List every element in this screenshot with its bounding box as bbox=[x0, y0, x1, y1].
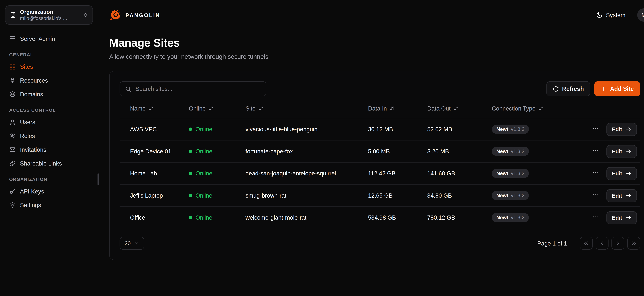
arrow-right-icon bbox=[626, 126, 631, 132]
row-menu-button[interactable] bbox=[590, 212, 600, 222]
page-info: Page 1 of 1 bbox=[537, 240, 567, 246]
data-in-value: 112.42 GB bbox=[368, 170, 427, 177]
site-slug: welcome-giant-mole-rat bbox=[246, 214, 368, 221]
top-right-controls: System M bbox=[594, 8, 644, 22]
row-actions: Edit bbox=[590, 189, 637, 202]
previous-page-button[interactable] bbox=[596, 237, 608, 250]
column-header-name[interactable]: Name bbox=[130, 105, 189, 112]
arrow-right-icon bbox=[626, 215, 631, 220]
online-dot-icon bbox=[189, 194, 192, 197]
top-bar: PANGOLIN System M bbox=[109, 0, 644, 30]
add-site-button[interactable]: Add Site bbox=[594, 81, 640, 96]
sidebar-item-resources[interactable]: Resources bbox=[5, 74, 93, 87]
chevrons-left-icon bbox=[583, 240, 589, 246]
sidebar-item-label: Roles bbox=[20, 132, 35, 139]
row-menu-button[interactable] bbox=[590, 168, 600, 178]
user-icon bbox=[9, 119, 16, 125]
pagination: Page 1 of 1 bbox=[537, 237, 640, 250]
sites-table-card: Refresh Add Site Name Online bbox=[109, 71, 644, 260]
sidebar-item-label: Users bbox=[20, 119, 35, 125]
org-switcher[interactable]: Organization milo@fossorial.io's ... bbox=[5, 6, 93, 24]
status-badge: Online bbox=[189, 192, 246, 199]
connection-type-badge: Newtv1.3.2 bbox=[492, 169, 529, 178]
row-actions: Edit bbox=[590, 145, 637, 158]
column-header-connection-type[interactable]: Connection Type bbox=[492, 105, 590, 112]
status-badge: Online bbox=[189, 126, 246, 132]
sort-icon bbox=[148, 106, 154, 111]
sidebar-item-label: Invitations bbox=[20, 146, 46, 153]
edit-button[interactable]: Edit bbox=[606, 167, 637, 180]
column-header-data-in[interactable]: Data In bbox=[368, 105, 427, 112]
chevron-right-icon bbox=[615, 240, 621, 246]
sidebar-item-roles[interactable]: Roles bbox=[5, 129, 93, 142]
ellipsis-icon bbox=[592, 125, 599, 132]
edit-button[interactable]: Edit bbox=[606, 189, 637, 202]
data-in-value: 30.12 MB bbox=[368, 126, 427, 132]
org-switcher-label: Organization bbox=[20, 9, 79, 15]
data-out-value: 780.12 GB bbox=[427, 214, 492, 221]
search-input[interactable] bbox=[134, 85, 261, 92]
data-in-value: 12.65 GB bbox=[368, 192, 427, 199]
org-switcher-text: Organization milo@fossorial.io's ... bbox=[20, 9, 79, 21]
sidebar-item-invitations[interactable]: Invitations bbox=[5, 143, 93, 156]
chevron-down-icon bbox=[134, 240, 139, 246]
globe-icon bbox=[9, 91, 16, 98]
page-subtitle: Allow connectivity to your network throu… bbox=[109, 53, 644, 60]
sidebar: Organization milo@fossorial.io's ... Ser… bbox=[0, 0, 98, 296]
row-actions: Edit bbox=[590, 167, 637, 180]
sidebar-item-settings[interactable]: Settings bbox=[5, 198, 93, 211]
table-row: AWS VPC Online vivacious-little-blue-pen… bbox=[120, 118, 640, 140]
row-menu-button[interactable] bbox=[590, 146, 600, 156]
plug-icon bbox=[9, 77, 16, 84]
sidebar-item-shareable-links[interactable]: Shareable Links bbox=[5, 157, 93, 170]
data-out-value: 52.02 MB bbox=[427, 126, 492, 132]
search-icon bbox=[125, 86, 132, 92]
nav-section-access-control: ACCESS CONTROL bbox=[9, 108, 89, 112]
moon-icon bbox=[596, 12, 603, 18]
page-title: Manage Sites bbox=[109, 37, 644, 50]
next-page-button[interactable] bbox=[611, 237, 624, 250]
user-avatar[interactable]: M bbox=[637, 8, 644, 22]
sidebar-item-api-keys[interactable]: API Keys bbox=[5, 185, 93, 198]
page-size-select[interactable]: 20 bbox=[120, 237, 144, 250]
column-header-online[interactable]: Online bbox=[189, 105, 246, 112]
table-row: Home Lab Online dead-san-joaquin-antelop… bbox=[120, 162, 640, 184]
sort-icon bbox=[208, 106, 214, 111]
org-switcher-value: milo@fossorial.io's ... bbox=[20, 16, 79, 21]
edit-button[interactable]: Edit bbox=[606, 211, 637, 224]
brand-name: PANGOLIN bbox=[126, 12, 160, 18]
site-name: AWS VPC bbox=[130, 126, 189, 132]
refresh-button[interactable]: Refresh bbox=[546, 81, 590, 96]
mail-icon bbox=[9, 146, 16, 153]
online-dot-icon bbox=[189, 150, 192, 153]
table-row: Jeff's Laptop Online smug-brown-rat 12.6… bbox=[120, 184, 640, 206]
pangolin-logo-icon bbox=[109, 9, 122, 21]
arrow-right-icon bbox=[626, 148, 631, 154]
last-page-button[interactable] bbox=[627, 237, 640, 250]
toolbar-actions: Refresh Add Site bbox=[546, 81, 640, 96]
sidebar-item-sites[interactable]: Sites bbox=[5, 60, 93, 73]
sidebar-item-users[interactable]: Users bbox=[5, 116, 93, 128]
edit-button[interactable]: Edit bbox=[606, 145, 637, 158]
table-footer: 20 Page 1 of 1 bbox=[120, 237, 640, 250]
add-site-label: Add Site bbox=[610, 86, 634, 92]
sidebar-item-label: Shareable Links bbox=[20, 160, 62, 166]
sidebar-resize-handle[interactable] bbox=[98, 174, 99, 185]
column-header-data-out[interactable]: Data Out bbox=[427, 105, 492, 112]
status-badge: Online bbox=[189, 148, 246, 155]
column-header-site[interactable]: Site bbox=[246, 105, 368, 112]
app-window: Organization milo@fossorial.io's ... Ser… bbox=[0, 0, 644, 296]
site-slug: smug-brown-rat bbox=[246, 192, 368, 199]
first-page-button[interactable] bbox=[580, 237, 592, 250]
site-name: Office bbox=[130, 214, 189, 221]
online-dot-icon bbox=[189, 128, 192, 131]
theme-selector[interactable]: System bbox=[594, 11, 628, 19]
row-menu-button[interactable] bbox=[590, 124, 600, 134]
pagination-buttons bbox=[580, 237, 640, 250]
arrow-right-icon bbox=[626, 192, 631, 198]
edit-button[interactable]: Edit bbox=[606, 123, 637, 136]
sidebar-item-server-admin[interactable]: Server Admin bbox=[5, 32, 93, 45]
row-menu-button[interactable] bbox=[590, 190, 600, 200]
sidebar-item-domains[interactable]: Domains bbox=[5, 88, 93, 100]
sidebar-item-label: Settings bbox=[20, 202, 41, 208]
